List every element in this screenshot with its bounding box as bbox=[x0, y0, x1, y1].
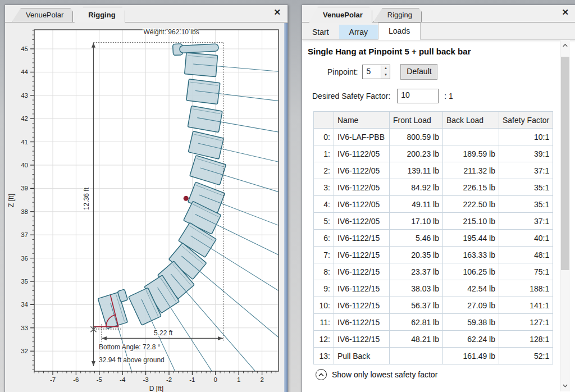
cell-index[interactable]: 8: bbox=[314, 263, 334, 280]
cell-front-load[interactable]: 56.37 lb bbox=[390, 297, 443, 314]
cell-front-load[interactable] bbox=[390, 348, 443, 364]
cell-front-load[interactable]: 38.03 lb bbox=[390, 280, 443, 297]
table-row[interactable]: 2:IV6-1122/05139.11 lb211.32 lb37:1 bbox=[314, 162, 553, 179]
table-row[interactable]: 6:IV6-1122/155.46 lb195.44 lb40:1 bbox=[314, 230, 553, 247]
cell-back-load[interactable]: 62.24 lb bbox=[443, 331, 499, 348]
cell-index[interactable]: 2: bbox=[314, 162, 334, 179]
cell-name[interactable]: IV6-1122/15 bbox=[334, 230, 390, 247]
cell-name[interactable]: IV6-1122/15 bbox=[334, 314, 390, 331]
cell-safety-factor[interactable]: 128:1 bbox=[499, 331, 553, 348]
cell-front-load[interactable]: 800.59 lb bbox=[390, 129, 443, 145]
cell-back-load[interactable]: 189.59 lb bbox=[443, 145, 499, 162]
cell-front-load[interactable]: 200.23 lb bbox=[390, 145, 443, 162]
tab-rigging[interactable]: Rigging bbox=[74, 7, 125, 22]
table-row[interactable]: 5:IV6-1122/0517.10 lb215.10 lb37:1 bbox=[314, 213, 553, 230]
pinpoint-stepper[interactable]: 5 ▲ ▼ bbox=[362, 65, 390, 79]
cell-index[interactable]: 6: bbox=[314, 230, 334, 247]
cell-safety-factor[interactable]: 52:1 bbox=[499, 348, 553, 364]
tab-venuepolar[interactable]: VenuePolar bbox=[309, 7, 372, 22]
table-row[interactable]: 10:IV6-1122/1556.37 lb27.09 lb141:1 bbox=[314, 297, 553, 314]
cell-index[interactable]: 11: bbox=[314, 314, 334, 331]
cell-index[interactable]: 5: bbox=[314, 213, 334, 230]
cell-back-load[interactable]: 215.10 lb bbox=[443, 213, 499, 230]
cell-name[interactable]: IV6-1122/15 bbox=[334, 331, 390, 348]
cell-front-load[interactable]: 23.37 lb bbox=[390, 263, 443, 280]
close-icon[interactable]: ✕ bbox=[273, 7, 281, 17]
subtab-array[interactable]: Array bbox=[339, 25, 378, 39]
cell-back-load[interactable]: 226.15 lb bbox=[443, 179, 499, 196]
table-row[interactable]: 3:IV6-1122/0584.92 lb226.15 lb35:1 bbox=[314, 179, 553, 196]
close-icon[interactable]: ✕ bbox=[562, 7, 569, 17]
cell-back-load[interactable]: 42.54 lb bbox=[443, 280, 499, 297]
cell-safety-factor[interactable]: 141:1 bbox=[499, 297, 553, 314]
cell-name[interactable]: IV6-1122/15 bbox=[334, 280, 390, 297]
cell-name[interactable]: IV6-1122/05 bbox=[334, 179, 390, 196]
cell-front-load[interactable]: 49.11 lb bbox=[390, 196, 443, 213]
cell-front-load[interactable]: 84.92 lb bbox=[390, 179, 443, 196]
cell-name[interactable]: IV6-1122/15 bbox=[334, 297, 390, 314]
cell-index[interactable]: 9: bbox=[314, 280, 334, 297]
table-row[interactable]: 7:IV6-1122/1520.35 lb163.33 lb48:1 bbox=[314, 247, 553, 263]
table-row[interactable]: 1:IV6-1122/05200.23 lb189.59 lb39:1 bbox=[314, 145, 553, 162]
cell-index[interactable]: 12: bbox=[314, 331, 334, 348]
cell-index[interactable]: 1: bbox=[314, 145, 334, 162]
cell-name[interactable]: IV6-LAF-PBB bbox=[334, 129, 390, 145]
cell-back-load[interactable]: 27.09 lb bbox=[443, 297, 499, 314]
lowest-safety-toggle[interactable]: Show only lowest safety factor bbox=[316, 369, 575, 380]
chevron-up-circle-icon[interactable] bbox=[316, 369, 327, 380]
table-row[interactable]: 4:IV6-1122/0549.11 lb222.50 lb35:1 bbox=[314, 196, 553, 213]
subtab-start[interactable]: Start bbox=[302, 25, 339, 39]
cell-safety-factor[interactable]: 37:1 bbox=[499, 162, 553, 179]
cell-safety-factor[interactable]: 39:1 bbox=[499, 145, 553, 162]
cell-name[interactable]: IV6-1122/05 bbox=[334, 145, 390, 162]
tab-venuepolar[interactable]: VenuePolar bbox=[12, 8, 73, 22]
cell-name[interactable]: IV6-1122/15 bbox=[334, 263, 390, 280]
cell-front-load[interactable]: 48.21 lb bbox=[390, 331, 443, 348]
cell-back-load[interactable]: 222.50 lb bbox=[443, 196, 499, 213]
cell-index[interactable]: 13: bbox=[314, 348, 334, 364]
cell-front-load[interactable]: 20.35 lb bbox=[390, 247, 443, 263]
cell-front-load[interactable]: 17.10 lb bbox=[390, 213, 443, 230]
table-row[interactable]: 9:IV6-1122/1538.03 lb42.54 lb188:1 bbox=[314, 280, 553, 297]
cell-index[interactable]: 10: bbox=[314, 297, 334, 314]
table-row[interactable]: 13:Pull Back161.49 lb52:1 bbox=[314, 348, 553, 364]
cell-safety-factor[interactable]: 127:1 bbox=[499, 314, 553, 331]
scrollbar-thumb[interactable] bbox=[561, 57, 569, 270]
header-front-load[interactable]: Front Load bbox=[390, 112, 443, 129]
cell-back-load[interactable]: 59.38 lb bbox=[443, 314, 499, 331]
header-back-load[interactable]: Back Load bbox=[443, 112, 499, 129]
cell-name[interactable]: IV6-1122/05 bbox=[334, 196, 390, 213]
default-button[interactable]: Default bbox=[400, 64, 437, 80]
cell-name[interactable]: IV6-1122/05 bbox=[334, 213, 390, 230]
header-name[interactable]: Name bbox=[334, 112, 390, 129]
cell-back-load[interactable] bbox=[443, 129, 499, 145]
scroll-down-icon[interactable] bbox=[560, 381, 570, 390]
cell-safety-factor[interactable]: 75:1 bbox=[499, 263, 553, 280]
cell-safety-factor[interactable]: 40:1 bbox=[499, 230, 553, 247]
cell-back-load[interactable]: 163.33 lb bbox=[443, 247, 499, 263]
header-safety-factor[interactable]: Safety Factor bbox=[499, 112, 553, 129]
spin-down-icon[interactable]: ▼ bbox=[381, 72, 390, 79]
cell-back-load[interactable]: 106.25 lb bbox=[443, 263, 499, 280]
cell-safety-factor[interactable]: 37:1 bbox=[499, 213, 553, 230]
safety-factor-input[interactable]: 10 bbox=[397, 89, 439, 103]
spin-up-icon[interactable]: ▲ bbox=[381, 65, 390, 72]
cell-front-load[interactable]: 5.46 lb bbox=[390, 230, 443, 247]
pinpoint-value[interactable]: 5 bbox=[363, 65, 381, 79]
cell-front-load[interactable]: 139.11 lb bbox=[390, 162, 443, 179]
table-row[interactable]: 8:IV6-1122/1523.37 lb106.25 lb75:1 bbox=[314, 263, 553, 280]
cell-front-load[interactable]: 62.81 lb bbox=[390, 314, 443, 331]
cell-safety-factor[interactable]: 35:1 bbox=[499, 196, 553, 213]
subtab-loads[interactable]: Loads bbox=[378, 22, 421, 40]
table-row[interactable]: 0:IV6-LAF-PBB800.59 lb10:1 bbox=[314, 129, 553, 145]
table-row[interactable]: 11:IV6-1122/1562.81 lb59.38 lb127:1 bbox=[314, 314, 553, 331]
cell-back-load[interactable]: 195.44 lb bbox=[443, 230, 499, 247]
cell-safety-factor[interactable]: 188:1 bbox=[499, 280, 553, 297]
cell-safety-factor[interactable]: 48:1 bbox=[499, 247, 553, 263]
cell-back-load[interactable]: 211.32 lb bbox=[443, 162, 499, 179]
cell-name[interactable]: IV6-1122/15 bbox=[334, 247, 390, 263]
cell-name[interactable]: IV6-1122/05 bbox=[334, 162, 390, 179]
tab-rigging[interactable]: Rigging bbox=[373, 8, 422, 22]
scroll-up-icon[interactable] bbox=[560, 41, 570, 50]
table-row[interactable]: 12:IV6-1122/1548.21 lb62.24 lb128:1 bbox=[314, 331, 553, 348]
